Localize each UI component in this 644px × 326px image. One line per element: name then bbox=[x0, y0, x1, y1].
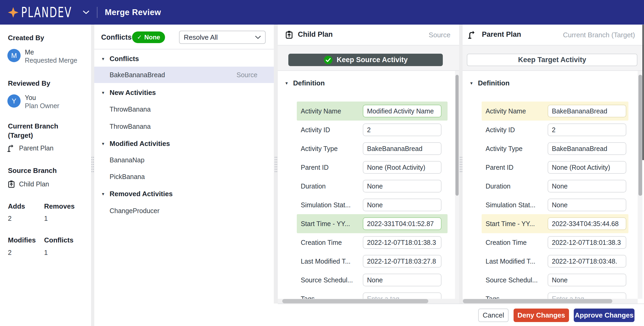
field-input[interactable]: 2022-331T04:01:52.87 bbox=[363, 217, 441, 230]
resolve-all-dropdown[interactable]: Resolve All bbox=[179, 31, 266, 44]
check-icon: ✓ bbox=[137, 34, 142, 41]
sparkle-icon bbox=[8, 7, 18, 18]
tree-item-source-tag: Source bbox=[237, 71, 257, 79]
field-row: Last Modified T...2022-12-07T18:03:27.8 bbox=[297, 252, 448, 271]
created-by-role: Requested Merge bbox=[25, 57, 77, 64]
keep-source-activity-button[interactable]: Keep Source Activity bbox=[288, 54, 443, 66]
field-input[interactable]: BakeBananaBread bbox=[548, 142, 626, 155]
tree-section-header[interactable]: ▼Modified Activities bbox=[94, 138, 274, 149]
field-input[interactable]: 2022-334T04:35:44.68 bbox=[548, 217, 626, 230]
badge-text: None bbox=[144, 34, 160, 41]
avatar: Y bbox=[7, 94, 21, 108]
tree-item[interactable]: ThrowBanana bbox=[94, 118, 274, 135]
field-row: Start Time - YY...2022-334T04:35:44.68 bbox=[482, 214, 628, 233]
tree-item[interactable]: ThrowBanana bbox=[94, 101, 274, 117]
field-row: Parent IDNone (Root Activity) bbox=[482, 158, 628, 177]
stat-modifies-value: 2 bbox=[8, 249, 12, 256]
vertical-scrollbar[interactable] bbox=[638, 71, 642, 299]
vertical-scrollbar[interactable] bbox=[455, 71, 459, 299]
field-input[interactable]: 2022-12-07T18:01:38.3 bbox=[548, 236, 626, 249]
scrollbar-thumb[interactable] bbox=[455, 75, 459, 196]
field-label: Parent ID bbox=[301, 164, 361, 171]
field-row: Start Time - YY...2022-331T04:01:52.87 bbox=[297, 214, 448, 233]
field-label: Parent ID bbox=[486, 164, 546, 171]
stat-modifies-label: Modifies bbox=[8, 236, 36, 244]
tree-section-header[interactable]: ▼New Activities bbox=[94, 87, 274, 98]
stat-conflicts-value: 1 bbox=[44, 249, 48, 256]
field-input[interactable]: None (Root Activity) bbox=[363, 161, 441, 174]
field-row: DurationNone bbox=[297, 177, 448, 196]
field-input[interactable]: 2022-12-07T18:03:27.8 bbox=[363, 255, 441, 268]
panel-resize-handle[interactable] bbox=[459, 25, 463, 304]
current-branch-name: Parent Plan bbox=[19, 144, 54, 152]
field-input[interactable]: BakeBananaBread bbox=[363, 142, 441, 155]
field-label: Start Time - YY... bbox=[486, 220, 546, 228]
tree-item[interactable]: BakeBananaBreadSource bbox=[94, 67, 274, 83]
reviewed-by-name: You bbox=[25, 94, 36, 102]
field-input[interactable]: None bbox=[363, 274, 441, 286]
panel-resize-handle[interactable] bbox=[274, 25, 278, 304]
collapse-triangle-icon: ▼ bbox=[101, 192, 105, 196]
field-input[interactable]: None bbox=[363, 180, 441, 192]
conflicts-status-badge: ✓ None bbox=[132, 31, 165, 43]
stat-adds-value: 2 bbox=[8, 215, 12, 222]
approve-changes-button[interactable]: Approve Changes bbox=[574, 309, 634, 322]
logo-text: PLANDEV bbox=[21, 4, 72, 20]
scrollbar-thumb[interactable] bbox=[463, 299, 612, 303]
tree-item[interactable]: ChangeProducer bbox=[94, 203, 274, 219]
field-input[interactable]: None bbox=[548, 274, 626, 286]
field-label: Activity Type bbox=[301, 145, 361, 153]
avatar: M bbox=[7, 49, 21, 62]
branch-merge-icon bbox=[468, 30, 477, 39]
activity-tree: ▼ConflictsBakeBananaBreadSource▼New Acti… bbox=[94, 49, 274, 304]
deny-changes-button[interactable]: Deny Changes bbox=[514, 309, 569, 322]
horizontal-scrollbar[interactable] bbox=[463, 299, 638, 304]
cancel-button[interactable]: Cancel bbox=[478, 309, 509, 322]
tree-item-label: BakeBananaBread bbox=[110, 71, 165, 79]
field-input[interactable]: 2 bbox=[548, 123, 626, 136]
field-label: Duration bbox=[301, 182, 361, 190]
field-label: Activity ID bbox=[486, 126, 546, 134]
field-input[interactable]: Modified Activity Name bbox=[363, 105, 441, 117]
chevron-down-icon bbox=[255, 36, 261, 39]
horizontal-scrollbar[interactable] bbox=[278, 299, 459, 304]
page-title: Merge Review bbox=[105, 8, 161, 17]
field-row: Simulation Stat...None bbox=[482, 195, 628, 214]
keep-target-label: Keep Target Activity bbox=[518, 56, 586, 64]
tree-item-label: ThrowBanana bbox=[110, 123, 151, 130]
field-input[interactable]: 2022-12-07T18:01:38.3 bbox=[363, 236, 441, 249]
tree-item[interactable]: PickBanana bbox=[94, 168, 274, 185]
scrollbar-thumb[interactable] bbox=[282, 299, 428, 303]
field-row: Activity NameModified Activity Name bbox=[297, 102, 448, 121]
source-branch-item: Child Plan bbox=[7, 180, 49, 188]
top-header-bar: PLANDEV Merge Review bbox=[0, 0, 644, 25]
parent-plan-panel: Parent Plan Current Branch (Target) Keep… bbox=[463, 25, 644, 304]
panel-resize-handle[interactable] bbox=[91, 25, 94, 326]
check-circle-icon bbox=[323, 55, 333, 65]
field-input[interactable]: None bbox=[363, 199, 441, 211]
collapse-triangle-icon: ▼ bbox=[469, 81, 473, 85]
keep-target-activity-button[interactable]: Keep Target Activity bbox=[467, 54, 637, 66]
stat-adds-label: Adds bbox=[8, 202, 25, 210]
chevron-down-icon[interactable] bbox=[83, 10, 90, 15]
tree-section-header[interactable]: ▼Removed Activities bbox=[94, 189, 274, 199]
parent-action-bar: Keep Target Activity bbox=[463, 45, 644, 71]
field-label: Simulation Stat... bbox=[301, 201, 361, 209]
field-label: Activity Name bbox=[486, 107, 546, 115]
field-input[interactable]: None bbox=[548, 199, 626, 211]
stat-removes-value: 1 bbox=[44, 215, 48, 222]
tree-item-label: BananaNap bbox=[110, 156, 144, 164]
scrollbar-thumb[interactable] bbox=[638, 75, 642, 196]
field-row: Activity ID2 bbox=[482, 120, 628, 139]
field-input[interactable]: 2022-12-07T18:03:48. bbox=[548, 255, 626, 268]
keep-source-label: Keep Source Activity bbox=[337, 56, 408, 64]
field-input[interactable]: None (Root Activity) bbox=[548, 161, 626, 174]
merge-review-app: PLANDEV Merge Review Created By M Me Req… bbox=[0, 0, 644, 326]
tree-item[interactable]: BananaNap bbox=[94, 152, 274, 168]
page-scrollbar-thumb[interactable] bbox=[642, 25, 644, 160]
field-input[interactable]: 2 bbox=[363, 123, 441, 136]
field-input[interactable]: BakeBananaBread bbox=[548, 105, 626, 117]
tree-section-header[interactable]: ▼Conflicts bbox=[94, 53, 274, 64]
field-input[interactable]: None bbox=[548, 180, 626, 192]
app-logo[interactable]: PLANDEV bbox=[8, 6, 90, 19]
